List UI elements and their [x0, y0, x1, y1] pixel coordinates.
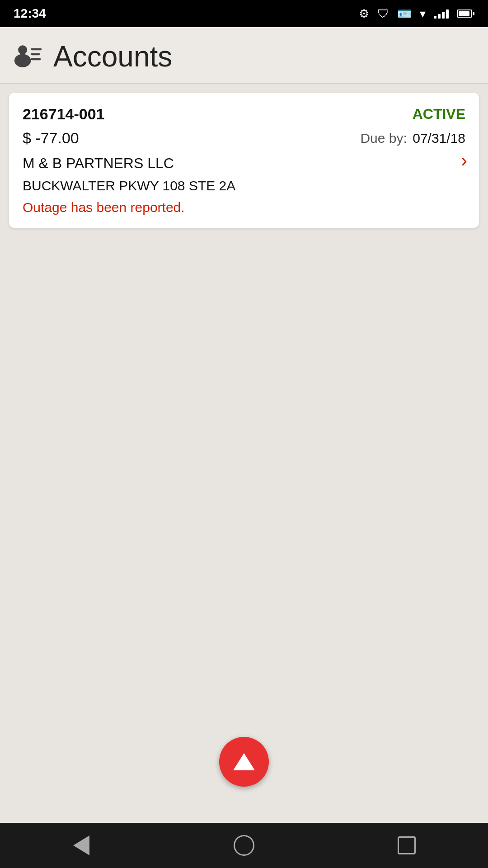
signal-bar-3 [442, 12, 445, 19]
account-amount: $ -77.00 [23, 129, 79, 147]
battery-tip [473, 12, 474, 15]
back-button[interactable] [68, 832, 95, 859]
back-icon [73, 835, 89, 855]
signal-bars [434, 9, 449, 19]
gear-icon: ⚙ [359, 7, 369, 21]
page-title: Accounts [53, 40, 172, 73]
company-name: M & B PARTNERS LLC [23, 155, 465, 172]
status-time: 12:34 [14, 6, 46, 21]
main-content: 216714-001 ACTIVE $ -77.00 Due by: 07/31… [0, 84, 488, 823]
signal-bar-2 [438, 14, 441, 19]
header: Accounts [0, 27, 488, 84]
chevron-right-icon[interactable]: › [461, 150, 467, 171]
nav-bar [0, 823, 488, 868]
battery-fill [459, 11, 469, 16]
clock: 12:34 [14, 6, 46, 21]
account-status: ACTIVE [413, 106, 465, 123]
signal-bar-1 [434, 16, 436, 19]
status-bar: 12:34 ⚙ 🛡 🪪 ▾ [0, 0, 488, 27]
recent-button[interactable] [393, 832, 420, 859]
svg-rect-3 [31, 53, 40, 56]
account-card[interactable]: 216714-001 ACTIVE $ -77.00 Due by: 07/31… [9, 93, 479, 228]
status-icons: ⚙ 🛡 🪪 ▾ [359, 7, 474, 21]
address: BUCKWALTER PKWY 108 STE 2A [23, 178, 465, 193]
scroll-to-top-button[interactable] [219, 737, 269, 787]
home-button[interactable] [230, 832, 258, 859]
shield-icon: 🛡 [377, 7, 389, 21]
svg-point-1 [14, 54, 31, 67]
svg-rect-2 [31, 48, 42, 51]
home-icon [234, 835, 254, 856]
accounts-icon [14, 43, 42, 70]
card-top-row: 216714-001 ACTIVE [23, 105, 465, 123]
svg-rect-4 [31, 58, 41, 61]
due-date: 07/31/18 [413, 131, 465, 146]
battery-body [457, 9, 472, 18]
signal-bar-4 [446, 9, 449, 19]
accounts-icon-container [14, 42, 42, 71]
wifi-icon: ▾ [420, 7, 426, 21]
svg-point-0 [18, 45, 27, 54]
recent-icon [398, 836, 416, 854]
account-number: 216714-001 [23, 105, 105, 123]
battery-icon [457, 9, 474, 18]
due-by-label: Due by: [360, 131, 407, 146]
card-icon: 🪪 [397, 7, 412, 21]
card-amount-row: $ -77.00 Due by: 07/31/18 [23, 129, 465, 147]
due-by-row: Due by: 07/31/18 [360, 131, 465, 146]
outage-message: Outage has been reported. [23, 200, 465, 215]
chevron-up-icon [233, 753, 255, 770]
